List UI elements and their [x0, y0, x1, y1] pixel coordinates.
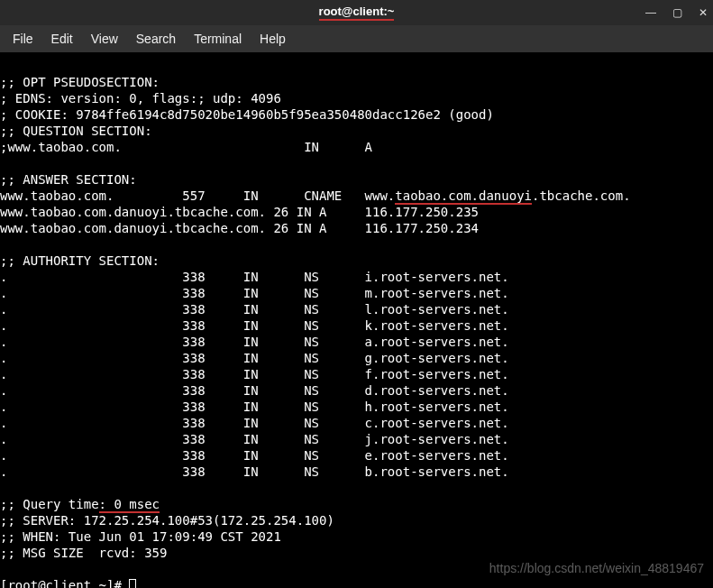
output-line: www.taobao.com.danuoyi.tbcache.com. 26 I…	[0, 221, 479, 235]
cursor-icon	[129, 579, 136, 588]
output-line: . 338 IN NS i.root-servers.net.	[0, 270, 509, 284]
menu-terminal[interactable]: Terminal	[185, 28, 251, 50]
output-line: . 338 IN NS h.root-servers.net.	[0, 400, 509, 414]
output-line: ;www.taobao.com. IN A	[0, 140, 372, 154]
output-line: . 338 IN NS e.root-servers.net.	[0, 448, 509, 463]
menu-help[interactable]: Help	[251, 28, 295, 50]
menu-file[interactable]: File	[4, 28, 42, 50]
output-line: . 338 IN NS k.root-servers.net.	[0, 318, 509, 333]
highlighted-querytime: : 0 msec	[99, 497, 160, 513]
menu-view[interactable]: View	[82, 28, 127, 50]
shell-prompt: [root@client ~]#	[0, 578, 129, 588]
output-line: ;; Query time: 0 msec	[0, 497, 160, 513]
output-line: ;; AUTHORITY SECTION:	[0, 253, 160, 268]
output-line: www.taobao.com.danuoyi.tbcache.com. 26 I…	[0, 205, 479, 219]
minimize-button[interactable]: —	[645, 6, 656, 19]
terminal-output[interactable]: ;; OPT PSEUDOSECTION: ; EDNS: version: 0…	[0, 52, 713, 588]
output-line: . 338 IN NS b.root-servers.net.	[0, 464, 509, 479]
text: www.taobao.com. 557 IN CNAME www.	[0, 188, 395, 203]
highlighted-domain: taobao.com.danuoyi	[395, 188, 532, 205]
watermark-text: https://blog.csdn.net/weixin_48819467	[489, 561, 704, 575]
output-line: . 338 IN NS d.root-servers.net.	[0, 383, 509, 398]
output-line: ;; QUESTION SECTION:	[0, 124, 152, 138]
titlebar: root@client:~ — ▢ ✕	[0, 0, 713, 25]
menubar: File Edit View Search Terminal Help	[0, 25, 713, 52]
output-line: . 338 IN NS j.root-servers.net.	[0, 432, 509, 446]
window-controls: — ▢ ✕	[645, 6, 708, 19]
menu-edit[interactable]: Edit	[42, 28, 82, 50]
text: ;; Query time	[0, 497, 99, 511]
output-line: ;; ANSWER SECTION:	[0, 172, 137, 187]
output-line: . 338 IN NS c.root-servers.net.	[0, 416, 509, 430]
output-line: ;; SERVER: 172.25.254.100#53(172.25.254.…	[0, 513, 334, 528]
output-line: ;; OPT PSEUDOSECTION:	[0, 75, 160, 89]
output-line: . 338 IN NS m.root-servers.net.	[0, 286, 509, 300]
prompt-line: [root@client ~]#	[0, 578, 136, 588]
output-line: ; COOKIE: 9784ffe6194c8d75020be14960b5f9…	[0, 107, 494, 122]
menu-search[interactable]: Search	[127, 28, 185, 50]
output-line: . 338 IN NS a.root-servers.net.	[0, 335, 509, 349]
output-line: . 338 IN NS g.root-servers.net.	[0, 351, 509, 365]
close-button[interactable]: ✕	[699, 6, 708, 19]
text: .tbcache.com.	[532, 188, 631, 203]
output-line: www.taobao.com. 557 IN CNAME www.taobao.…	[0, 188, 631, 205]
output-line: ;; MSG SIZE rcvd: 359	[0, 546, 167, 560]
maximize-button[interactable]: ▢	[672, 6, 682, 19]
output-line: . 338 IN NS l.root-servers.net.	[0, 302, 509, 317]
window-title: root@client:~	[319, 5, 395, 21]
output-line: ; EDNS: version: 0, flags:; udp: 4096	[0, 91, 281, 106]
output-line: ;; WHEN: Tue Jun 01 17:09:49 CST 2021	[0, 529, 281, 544]
output-line: . 338 IN NS f.root-servers.net.	[0, 367, 509, 381]
